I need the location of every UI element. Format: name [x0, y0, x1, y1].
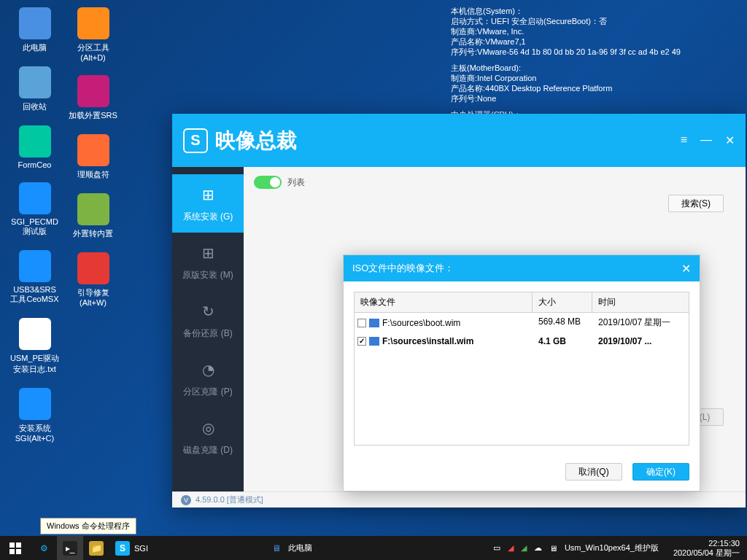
search-button[interactable]: 搜索(S) [668, 195, 724, 212]
close-icon[interactable]: ✕ [725, 133, 735, 147]
desktop-icon[interactable]: 回收站 [7, 66, 62, 112]
sidebar-item[interactable]: ↻备份还原 (B) [172, 291, 244, 349]
menu-icon[interactable]: ≡ [681, 133, 687, 147]
file-icon [369, 337, 379, 346]
col-header-size[interactable]: 大小 [533, 292, 592, 312]
taskbar: ⚙ ▸_ 📁 SSGI 🖥此电脑 ▭ ◢ ◢ ☁ 🖥 Usm_Win10pex6… [0, 536, 747, 560]
version-icon: V [181, 495, 191, 505]
tray-icon[interactable]: 🖥 [549, 544, 557, 553]
tray-icon[interactable]: ☁ [534, 543, 542, 553]
task-item[interactable]: 📁 [83, 536, 109, 560]
sidebar: ⊞系统安装 (G)⊞原版安装 (M)↻备份还原 (B)◔分区克隆 (P)◎磁盘克… [172, 167, 244, 491]
desktop-icon[interactable]: USM_PE驱动 安装日志.txt [7, 318, 62, 375]
main-window: S 映像总裁 ≡ — ✕ ⊞系统安装 (G)⊞原版安装 (M)↻备份还原 (B)… [172, 114, 746, 508]
checkbox-icon[interactable] [357, 319, 366, 327]
file-table: 映像文件 大小 时间 F:\sources\boot.wim569.48 MB2… [354, 292, 689, 446]
desktop-icon[interactable]: 理顺盘符 [66, 134, 120, 180]
svg-rect-2 [9, 549, 15, 554]
checkbox-icon[interactable] [357, 337, 366, 346]
desktop-icon[interactable]: 外置转内置 [66, 193, 120, 239]
desktop-icon[interactable]: USB3&SRS 工具CeoMSX [7, 250, 62, 305]
ok-button[interactable]: 确定(K) [632, 463, 689, 481]
desktop-icon[interactable]: 安装系统 SGI(Alt+C) [7, 388, 62, 443]
modal-close-icon[interactable]: ✕ [681, 262, 691, 276]
edition-label: Usm_Win10pex64_维护版 [565, 542, 666, 553]
table-row[interactable]: F:\sources\install.wim4.1 GB2019/10/07 .… [355, 332, 689, 350]
svg-rect-3 [16, 549, 21, 554]
desktop-icon[interactable]: SGI_PECMD 测试版 [7, 182, 62, 237]
minimize-icon[interactable]: — [700, 133, 712, 147]
modal-titlebar[interactable]: ISO文件中的映像文件： ✕ [344, 255, 700, 281]
col-header-name[interactable]: 映像文件 [355, 292, 533, 312]
svg-rect-0 [9, 542, 15, 548]
svg-rect-1 [16, 542, 21, 548]
tray-icon[interactable]: ◢ [508, 543, 514, 553]
desktop-icon[interactable]: 此电脑 [7, 7, 62, 53]
titlebar[interactable]: S 映像总裁 ≡ — ✕ [172, 114, 746, 167]
app-logo: S 映像总裁 [183, 127, 297, 155]
sidebar-item[interactable]: ⊞原版安装 (M) [172, 233, 244, 291]
tray-icon[interactable]: ◢ [521, 543, 527, 553]
desktop-icon[interactable]: 加载外置SRS [66, 75, 120, 121]
task-explorer[interactable]: 🖥此电脑 [263, 536, 318, 560]
footer: V 4.59.0.0 [普通模式] [172, 491, 746, 508]
task-item[interactable]: ▸_ [57, 536, 83, 560]
iso-modal: ISO文件中的映像文件： ✕ 映像文件 大小 时间 F:\sources\boo… [343, 254, 700, 491]
clock[interactable]: 22:15:30 2020/05/04 星期一 [673, 539, 740, 558]
sidebar-item[interactable]: ◔分区克隆 (P) [172, 349, 244, 408]
system-info-overlay: 本机信息(System)： 启动方式：UEFI 安全启动(SecureBoot)… [451, 6, 681, 130]
task-sgi[interactable]: SSGI [109, 536, 154, 560]
tooltip: Windows 命令处理程序 [40, 518, 136, 534]
content-area: 列表 搜索(S) 浏览(L) 下一步(N) ISO文件中的映像文件： ✕ 映像文… [244, 167, 746, 491]
desktop-icon[interactable]: 分区工具 (Alt+D) [66, 7, 120, 62]
list-label: 列表 [287, 176, 305, 189]
task-item[interactable]: ⚙ [31, 536, 57, 560]
sidebar-item[interactable]: ◎磁盘克隆 (D) [172, 408, 244, 466]
list-toggle[interactable] [254, 176, 282, 189]
file-icon [369, 319, 379, 327]
desktop-icon[interactable]: 引导修复 (Alt+W) [66, 252, 120, 307]
start-button[interactable] [0, 536, 31, 560]
system-tray: ▭ ◢ ◢ ☁ 🖥 Usm_Win10pex64_维护版 22:15:30 20… [493, 536, 747, 560]
desktop-icon[interactable]: FormCeo [7, 125, 62, 169]
col-header-date[interactable]: 时间 [592, 292, 689, 312]
tray-icon[interactable]: ▭ [493, 543, 500, 553]
cancel-button[interactable]: 取消(Q) [565, 463, 622, 481]
table-row[interactable]: F:\sources\boot.wim569.48 MB2019/10/07 星… [355, 313, 689, 332]
sidebar-item[interactable]: ⊞系统安装 (G) [172, 174, 244, 233]
